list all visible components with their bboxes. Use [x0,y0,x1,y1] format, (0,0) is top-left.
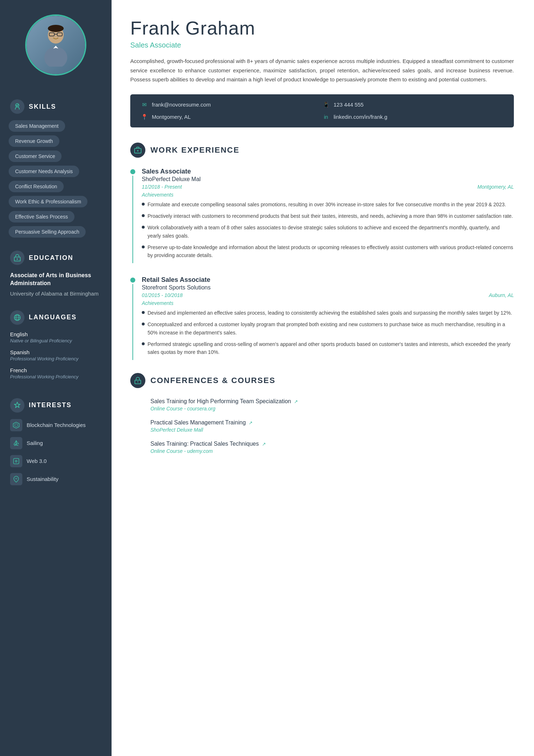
edu-school: University of Alabama at Birmingham [10,290,101,297]
conf-1: Practical Sales Management Training ↗ Sh… [150,419,514,433]
timeline-line-0 [132,176,133,263]
lang-spanish-name: Spanish [10,349,101,355]
interests-section-header: INTERESTS [0,398,112,413]
contact-email: ✉ frank@novoresume.com [140,101,322,109]
job-0: Sales Associate ShoPerfect Deluxe Mal 11… [130,168,514,263]
conf-1-link-icon: ↗ [249,420,253,426]
contact-location: 📍 Montgomery, AL [140,113,322,121]
bullet-dot [142,342,145,345]
skill-7: Persuasive Selling Approach [9,226,86,238]
job-0-bullet-2: Work collaboratively with a team of 8 ot… [142,224,514,240]
job-1-achievements: Achievements [142,300,514,306]
skills-icon [10,99,24,114]
web3-icon [10,455,22,467]
job-1-meta: 01/2015 - 10/2018 Auburn, AL [142,292,514,298]
svg-point-4 [48,25,64,32]
interest-sustainability: Sustainability [10,473,101,485]
conf-section-header: CONFERENCES & COURSES [130,373,514,388]
person-title: Sales Associate [130,41,514,49]
main-content: Frank Graham Sales Associate Accomplishe… [112,0,534,756]
conf-0-sub: Online Course - coursera.org [150,406,514,411]
interests-title: INTERESTS [29,401,72,409]
conf-0-title: Sales Training for High Performing Team … [150,398,514,405]
job-1-role: Retail Sales Associate [142,276,514,284]
job-0-achievements: Achievements [142,192,514,198]
languages-icon [10,310,24,325]
lang-french-name: French [10,367,101,373]
phone-icon: 📱 [322,101,330,109]
email-value: frank@novoresume.com [152,102,211,108]
interests-icon [10,398,24,413]
skill-1: Revenue Growth [9,135,59,147]
skill-4: Conflict Resolution [9,181,64,192]
job-1-content: Retail Sales Associate Storefront Sports… [142,276,514,360]
sidebar: SKILLS Sales Management Revenue Growth C… [0,0,112,756]
lang-spanish: Spanish Professional Working Proficiency [10,349,101,361]
job-0-bullets: Formulate and execute compelling seasona… [142,201,514,260]
timeline-line-1 [132,284,133,360]
languages-section-header: LANGUAGES [0,310,112,325]
svg-marker-18 [15,424,18,427]
job-1-bullets: Devised and implemented an effective sal… [142,309,514,356]
work-icon [130,143,145,158]
person-summary: Accomplished, growth-focused professiona… [130,57,514,84]
job-0-dates: 11/2018 - Present [142,184,182,190]
sailing-icon [10,437,22,449]
job-0-role: Sales Associate [142,168,514,175]
job-0-content: Sales Associate ShoPerfect Deluxe Mal 11… [142,168,514,263]
timeline-1 [130,276,135,360]
interest-blockchain: Blockchain Technologies [10,419,101,431]
avatar [25,14,86,76]
conf-1-title: Practical Sales Management Training ↗ [150,419,514,426]
skill-3: Customer Needs Analysis [9,166,79,177]
skills-section-header: SKILLS [0,99,112,114]
bullet-dot [142,323,145,325]
job-0-location: Montgomery, AL [478,184,514,190]
location-icon: 📍 [140,113,148,121]
email-icon: ✉ [140,101,148,109]
edu-degree: Associate of Arts in Business Administra… [10,271,101,288]
svg-point-26 [137,381,139,382]
timeline-dot-1 [130,278,135,283]
conf-2: Sales Training: Practical Sales Techniqu… [150,441,514,454]
skills-list: Sales Management Revenue Growth Customer… [0,120,112,238]
svg-point-11 [17,258,18,260]
job-1: Retail Sales Associate Storefront Sports… [130,276,514,360]
lang-spanish-level: Professional Working Proficiency [10,356,101,361]
skill-6: Effective Sales Process [9,211,74,222]
job-1-bullet-1: Conceptualized and enforced a customer l… [142,320,514,337]
blockchain-icon [10,419,22,431]
lang-french: French Professional Working Proficiency [10,367,101,379]
conf-1-sub: ShoPerfect Deluxe Mall [150,427,514,433]
svg-point-21 [16,461,17,462]
interest-sailing: Sailing [10,437,101,449]
conf-icon [130,373,145,388]
conf-0: Sales Training for High Performing Team … [150,398,514,411]
education-block: Associate of Arts in Business Administra… [0,271,112,297]
interest-sustainability-label: Sustainability [27,476,58,482]
skill-5: Work Ethic & Professionalism [9,196,87,207]
bullet-dot [142,226,145,229]
interest-web3: Web 3.0 [10,455,101,467]
svg-marker-17 [13,422,19,428]
lang-english-level: Native or Bilingual Proficiency [10,338,101,343]
job-0-meta: 11/2018 - Present Montgomery, AL [142,184,514,190]
work-section-header: WORK EXPERIENCE [130,143,514,158]
conf-2-sub: Online Course - udemy.com [150,448,514,454]
education-section-header: EDUCATION [0,251,112,265]
lang-english-name: English [10,331,101,337]
linkedin-icon: in [322,113,330,121]
bullet-dot [142,214,145,217]
job-0-bullet-1: Proactively interact with customers to r… [142,212,514,220]
interests-block: Blockchain Technologies Sailing [0,419,112,491]
lang-english: English Native or Bilingual Proficiency [10,331,101,343]
contact-linkedin: in linkedin.com/in/frank.g [322,113,504,121]
skill-0: Sales Management [9,120,65,132]
contact-bar: ✉ frank@novoresume.com 📱 123 444 555 📍 M… [130,94,514,127]
job-0-bullet-3: Preserve up-to-date knowledge and inform… [142,243,514,260]
bullet-dot [142,311,145,314]
skills-title: SKILLS [29,103,56,111]
sustainability-icon [10,473,22,485]
location-value: Montgomery, AL [152,114,191,120]
skill-2: Customer Service [9,150,62,162]
